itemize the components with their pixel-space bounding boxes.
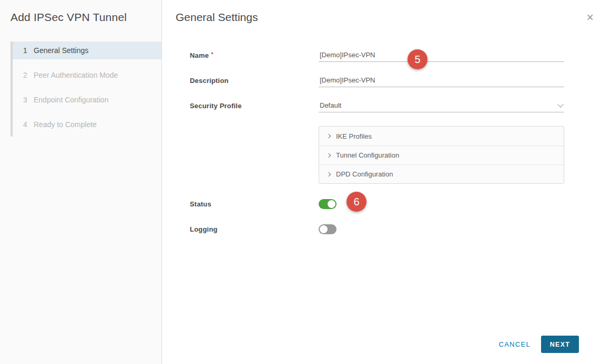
chevron-right-icon	[327, 172, 331, 176]
name-input[interactable]	[319, 50, 564, 59]
required-asterisk: *	[211, 51, 213, 58]
step-label: Ready to Complete	[34, 120, 97, 129]
toggle-knob	[328, 200, 335, 208]
chevron-down-icon	[557, 101, 563, 107]
logging-toggle[interactable]	[319, 224, 337, 234]
step-label: Peer Authentication Mode	[34, 71, 118, 79]
step-label: Endpoint Configuration	[34, 96, 108, 104]
status-label: Status	[190, 200, 319, 208]
description-field-wrap	[319, 76, 564, 87]
general-settings-form: Name* Description Security Profile Defau…	[190, 50, 564, 249]
chevron-right-icon	[327, 153, 331, 157]
wizard-main-panel: General Settings × Name* Description Sec…	[162, 0, 601, 364]
annotation-badge-5: 5	[408, 49, 427, 69]
step-label: General Settings	[34, 46, 88, 55]
status-row: Status	[190, 199, 564, 209]
security-profile-select[interactable]: Default	[319, 101, 564, 112]
wizard-step-list: 1 General Settings 2 Peer Authentication…	[11, 41, 161, 137]
step-general-settings[interactable]: 1 General Settings	[13, 41, 161, 59]
accordion-ike-profiles[interactable]: IKE Profiles	[319, 127, 564, 145]
step-peer-authentication-mode[interactable]: 2 Peer Authentication Mode	[13, 66, 161, 84]
step-number: 4	[23, 120, 34, 129]
name-label: Name*	[190, 50, 319, 62]
wizard-footer: CANCEL NEXT	[498, 336, 579, 353]
accordion-label: IKE Profiles	[336, 132, 372, 140]
page-title: General Settings	[176, 11, 258, 24]
step-endpoint-configuration[interactable]: 3 Endpoint Configuration	[13, 91, 161, 109]
accordion-label: DPD Configuration	[336, 170, 393, 178]
name-field-wrap	[319, 50, 564, 62]
toggle-knob	[320, 225, 328, 233]
annotation-badge-6: 6	[347, 192, 366, 212]
accordion-tunnel-configuration[interactable]: Tunnel Configuration	[319, 145, 564, 164]
wizard-sidebar: Add IPSec VPN Tunnel 1 General Settings …	[0, 0, 162, 364]
accordion-dpd-configuration[interactable]: DPD Configuration	[319, 164, 564, 183]
profiles-accordion: IKE Profiles Tunnel Configuration DPD Co…	[319, 126, 564, 184]
status-toggle[interactable]	[319, 199, 337, 209]
close-icon[interactable]: ×	[587, 12, 594, 24]
logging-label: Logging	[190, 225, 319, 233]
step-number: 3	[23, 96, 34, 104]
accordion-label: Tunnel Configuration	[336, 151, 399, 159]
cancel-button[interactable]: CANCEL	[498, 340, 531, 348]
security-profile-value: Default	[319, 101, 341, 109]
logging-row: Logging	[190, 224, 564, 234]
security-profile-label: Security Profile	[190, 101, 319, 112]
step-ready-to-complete[interactable]: 4 Ready to Complete	[13, 116, 161, 133]
step-number: 1	[23, 46, 34, 55]
description-label: Description	[190, 76, 319, 87]
step-number: 2	[23, 71, 34, 79]
description-row: Description	[190, 76, 564, 87]
wizard-title: Add IPSec VPN Tunnel	[11, 11, 127, 24]
security-profile-row: Security Profile Default	[190, 101, 564, 112]
name-row: Name*	[190, 50, 564, 62]
description-input[interactable]	[319, 76, 564, 84]
next-button[interactable]: NEXT	[541, 336, 579, 353]
chevron-right-icon	[327, 134, 331, 138]
